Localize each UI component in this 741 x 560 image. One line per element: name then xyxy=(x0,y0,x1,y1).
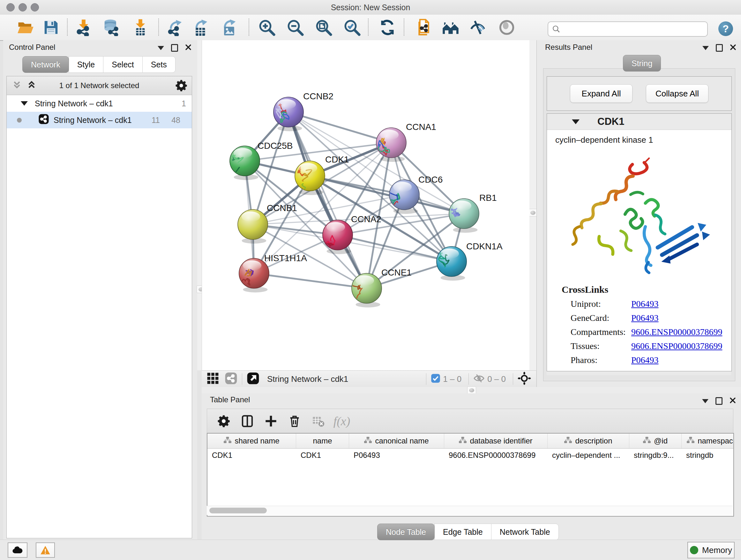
eye-sphere-icon[interactable] xyxy=(497,18,516,37)
panel-close-icon[interactable] xyxy=(730,397,736,405)
section-expander-icon[interactable] xyxy=(572,119,580,124)
add-column-icon[interactable] xyxy=(264,414,278,428)
function-builder-icon[interactable]: f(x) xyxy=(335,414,349,428)
network-row[interactable]: String Network – cdk1 11 48 xyxy=(7,112,192,128)
network-node-CCNA1[interactable] xyxy=(376,128,406,162)
crosslink-link[interactable]: 9606.ENSP00000378699 xyxy=(631,327,722,337)
network-node-CDC25B[interactable] xyxy=(224,146,260,180)
gene-section-header[interactable]: CDK1 xyxy=(547,114,731,130)
crosshair-icon[interactable] xyxy=(518,372,531,386)
crosslink-label: Uniprot: xyxy=(570,299,631,309)
network-collection-row[interactable]: String Network – cdk1 1 xyxy=(7,95,192,112)
tab-network-table[interactable]: Network Table xyxy=(491,523,559,540)
panel-collapse-icon[interactable] xyxy=(158,46,164,50)
help-icon[interactable]: ? xyxy=(718,21,733,36)
import-table-icon[interactable] xyxy=(131,18,150,37)
cloud-button[interactable] xyxy=(8,543,27,558)
tree-expander-icon[interactable] xyxy=(21,101,28,106)
zoom-in-icon[interactable] xyxy=(257,18,276,37)
open-file-icon[interactable] xyxy=(16,18,35,37)
network-node-CDKN1A[interactable] xyxy=(436,246,467,281)
delete-column-icon[interactable] xyxy=(287,414,301,428)
network-node-CCNE1[interactable] xyxy=(347,273,382,307)
horizontal-splitter[interactable] xyxy=(202,387,741,393)
selected-checkbox-icon[interactable] xyxy=(431,374,441,384)
network-node-CCNA2[interactable] xyxy=(323,220,353,254)
column-header-shared-name[interactable]: shared name xyxy=(207,434,296,448)
results-content: Expand All Collapse All CDK1 cyclin–depe… xyxy=(543,68,735,381)
network-edge[interactable] xyxy=(288,112,391,143)
table-cell: CDK1 xyxy=(296,449,349,462)
crosslink-link[interactable]: P06493 xyxy=(631,313,659,323)
tab-node-table[interactable]: Node Table xyxy=(377,523,434,540)
network-node-RB1[interactable] xyxy=(449,199,479,233)
panel-float-icon[interactable] xyxy=(716,44,723,52)
hidden-eye-icon[interactable] xyxy=(473,373,485,385)
export-table-icon[interactable] xyxy=(191,18,210,37)
gear-icon[interactable] xyxy=(175,79,187,91)
panel-close-icon[interactable] xyxy=(185,44,192,52)
select-columns-icon[interactable] xyxy=(240,414,254,428)
network-canvas[interactable]: CCNB2CCNA1CDC25BCDK1CDC6RB1CCNB1CCNA2CDK… xyxy=(202,40,529,370)
crosslink-link[interactable]: P06493 xyxy=(631,299,659,309)
import-network-file-icon[interactable] xyxy=(74,18,93,37)
node-label: CCNB2 xyxy=(303,91,333,101)
window-close-button[interactable] xyxy=(6,3,15,11)
zoom-fit-icon[interactable] xyxy=(314,18,333,37)
column-header-namespac[interactable]: namespac xyxy=(682,434,734,448)
birdseye-toggle-icon[interactable] xyxy=(247,372,259,386)
tab-style[interactable]: Style xyxy=(69,56,104,73)
grid-view-icon[interactable] xyxy=(207,372,219,386)
column-header-canonical-name[interactable]: canonical name xyxy=(349,434,444,448)
table-settings-gear-icon[interactable] xyxy=(217,414,231,428)
column-header--id[interactable]: @id xyxy=(629,434,682,448)
search-input[interactable] xyxy=(560,23,707,35)
column-header-database-identifier[interactable]: database identifier xyxy=(444,434,548,448)
collapse-all-button[interactable]: Collapse All xyxy=(646,84,709,103)
save-session-icon[interactable] xyxy=(42,18,61,37)
title-bar: Session: New Session xyxy=(0,0,741,15)
window-zoom-button[interactable] xyxy=(30,3,39,11)
tab-network[interactable]: Network xyxy=(22,56,69,73)
panel-close-icon[interactable] xyxy=(730,44,736,52)
delete-table-icon[interactable] xyxy=(311,414,325,428)
tab-sets[interactable]: Sets xyxy=(142,56,176,73)
splitter-grip[interactable] xyxy=(529,209,537,216)
export-image-icon[interactable] xyxy=(219,18,239,37)
tab-string[interactable]: String xyxy=(623,55,661,71)
column-header-description[interactable]: description xyxy=(548,434,629,448)
share-document-icon[interactable] xyxy=(414,18,433,37)
string-home-icon[interactable] xyxy=(441,18,460,37)
zoom-out-icon[interactable] xyxy=(286,18,305,37)
table-horizontal-scrollbar[interactable] xyxy=(207,506,733,515)
crosslink-link[interactable]: 9606.ENSP00000378699 xyxy=(631,341,722,351)
show-hide-graphics-icon[interactable] xyxy=(468,18,487,37)
crosslink-link[interactable]: P06493 xyxy=(631,355,659,365)
memory-button[interactable]: Memory xyxy=(687,542,735,558)
column-header-name[interactable]: name xyxy=(296,434,349,448)
zoom-selected-icon[interactable] xyxy=(342,18,361,37)
memory-label: Memory xyxy=(702,545,732,555)
panel-float-icon[interactable] xyxy=(171,44,178,52)
network-node-CCNB1[interactable] xyxy=(238,209,268,244)
refresh-layout-icon[interactable] xyxy=(378,18,397,37)
tab-edge-table[interactable]: Edge Table xyxy=(434,523,491,540)
import-network-database-icon[interactable] xyxy=(102,18,121,37)
panel-float-icon[interactable] xyxy=(716,397,723,405)
tab-select[interactable]: Select xyxy=(103,56,142,73)
right-splitter[interactable] xyxy=(529,40,536,370)
export-network-icon[interactable] xyxy=(166,18,185,37)
warning-button[interactable] xyxy=(36,543,55,558)
expand-all-button[interactable]: Expand All xyxy=(570,84,632,103)
table-row[interactable]: CDK1CDK1P064939606.ENSP00000378699cyclin… xyxy=(207,449,733,462)
window-minimize-button[interactable] xyxy=(18,3,27,11)
panel-collapse-icon[interactable] xyxy=(702,46,709,50)
network-edge[interactable] xyxy=(338,235,452,261)
network-edge[interactable] xyxy=(254,273,367,288)
network-share-icon[interactable] xyxy=(225,372,238,386)
network-node-CCNB2[interactable] xyxy=(273,97,304,131)
network-node-HIST1H1A[interactable] xyxy=(239,258,269,293)
panel-collapse-icon[interactable] xyxy=(702,399,709,403)
scrollbar-thumb[interactable] xyxy=(209,508,267,513)
splitter-grip[interactable] xyxy=(467,386,476,394)
